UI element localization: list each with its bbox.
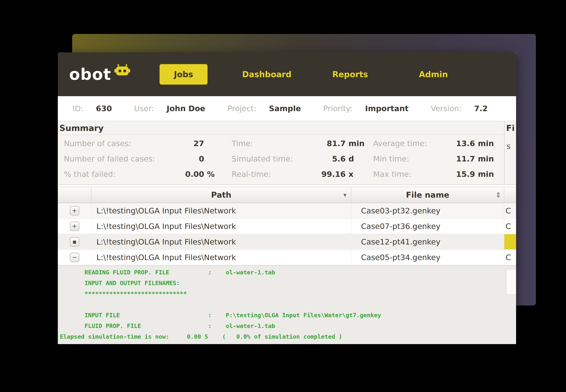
info-label: ID: (72, 104, 83, 113)
row-status-highlight-cell (504, 234, 516, 249)
row-path-cell: L:\!testing\OLGA Input Files\Network (92, 219, 351, 234)
stat-unit: min (349, 139, 365, 148)
row-file-cell: Case05-pt34.genkey (351, 250, 504, 265)
stat-unit: % (207, 170, 224, 179)
stat-unit: min (478, 154, 495, 163)
nav-jobs-button[interactable]: Jobs (159, 64, 208, 85)
stat-value: 81.7 (320, 139, 346, 148)
expander-column-header (58, 187, 92, 203)
console-side-button[interactable] (506, 269, 516, 295)
stat-label: Number of failed cases: (64, 154, 179, 163)
table-row[interactable]: − L:\!testing\OLGA Input Files\Network C… (58, 250, 516, 265)
path-column-header[interactable]: Path ▾ (92, 187, 351, 203)
info-field-user: User: John Doe (134, 104, 205, 113)
stat-label: % that failed: (64, 170, 179, 179)
stat-failed-cases: Number of failed cases: 0 (64, 151, 232, 167)
clipped-column-header (504, 187, 516, 203)
table-row[interactable]: + L:\!testing\OLGA Input Files\Network C… (58, 203, 516, 219)
path-header-label: Path (211, 190, 231, 199)
stat-value: 13.6 (450, 139, 475, 148)
filter-panel-title: Fi (505, 121, 516, 133)
stat-percent-failed: % that failed: 0.00 % (64, 167, 232, 182)
file-sort-icon[interactable]: ⇕ (495, 191, 501, 199)
stat-real-time: Real-time: 99.16 x (232, 167, 373, 182)
row-collapse-button[interactable]: − (70, 253, 79, 262)
stat-value: 15.9 (450, 170, 475, 179)
info-value: 630 (96, 104, 112, 113)
row-expand-button[interactable]: ▪ (70, 237, 79, 247)
stat-unit: d (349, 154, 365, 163)
stat-unit: min (478, 139, 495, 148)
job-info-bar: ID: 630 User: John Doe Project: Sample P… (58, 96, 516, 121)
stat-label: Simulated time: (232, 154, 320, 163)
nav-reports-link[interactable]: Reports (332, 70, 368, 79)
stat-value: 11.7 (450, 154, 475, 163)
stat-max-time: Max time: 15.9 min (373, 167, 503, 182)
stat-value: 27 (179, 139, 204, 148)
row-file-cell: Case03-pt32.genkey (351, 203, 504, 218)
stat-number-of-cases: Number of cases: 27 (64, 136, 232, 151)
info-label: Version: (431, 104, 462, 113)
logo-text: obot (69, 65, 111, 84)
console-line (60, 301, 516, 312)
nav-slot-jobs: Jobs (142, 64, 225, 85)
summary-stats: Number of cases: 27 Time: 81.7 min Avera… (58, 135, 516, 182)
nav-dashboard-link[interactable]: Dashboard (242, 70, 292, 79)
file-header-label: File name (406, 190, 449, 199)
stat-time: Time: 81.7 min (232, 136, 373, 151)
nav-slot-dashboard: Dashboard (225, 64, 309, 85)
nav-admin-link[interactable]: Admin (419, 70, 448, 79)
stat-unit: min (478, 170, 495, 179)
file-name-column-header[interactable]: File name ⇕ (351, 187, 504, 203)
stat-value: 0 (179, 154, 204, 163)
summary-title: Summary (58, 121, 516, 135)
info-field-project: Project: Sample (227, 104, 301, 113)
row-file-cell: Case07-pt36.genkey (351, 219, 504, 234)
stat-simulated-time: Simulated time: 5.6 d (232, 151, 373, 167)
console-line: FLUID PROP. FILE : ol-water-1.tab (60, 322, 516, 333)
expander-cell: + (58, 203, 92, 218)
simulation-log-console: READING FLUID PROP. FILE : ol-water-1.ta… (58, 265, 516, 344)
expander-cell: ▪ (58, 234, 92, 249)
stat-label: Real-time: (232, 170, 320, 179)
nav-slot-admin: Admin (392, 64, 475, 85)
stat-label: Number of cases: (64, 139, 179, 148)
info-field-id: ID: 630 (72, 104, 112, 113)
path-filter-dropdown-icon[interactable]: ▾ (343, 191, 346, 198)
table-row[interactable]: + L:\!testing\OLGA Input Files\Network C… (58, 219, 516, 234)
console-line: Elapsed simulation-time is now: 0.00 S (… (60, 333, 516, 344)
cases-table: Path ▾ File name ⇕ + L:\!testing\OLGA In… (58, 187, 516, 265)
info-value: Sample (269, 104, 301, 113)
stat-unit: x (349, 170, 365, 179)
stat-label: Time: (232, 139, 320, 148)
row-expand-button[interactable]: + (70, 206, 79, 215)
stat-min-time: Min time: 11.7 min (373, 151, 503, 167)
robot-icon (114, 63, 130, 79)
nav-slot-reports: Reports (309, 64, 392, 85)
obot-app-window: obot Jobs Dashboard Re (58, 52, 516, 344)
table-row[interactable]: ▪ L:\!testing\OLGA Input Files\Network C… (58, 234, 516, 250)
app-logo: obot (69, 65, 142, 84)
filter-panel-row: s (505, 133, 516, 151)
row-path-cell: L:\!testing\OLGA Input Files\Network (92, 250, 351, 265)
info-field-version: Version: 7.2 (431, 104, 488, 113)
row-clipped-cell: C (504, 250, 516, 265)
summary-panel: Summary Number of cases: 27 Time: 81.7 m… (58, 121, 516, 185)
row-clipped-cell: C (504, 219, 516, 234)
stat-label: Average time: (373, 139, 450, 148)
row-expand-button[interactable]: + (70, 222, 79, 231)
stat-label: Max time: (373, 170, 450, 179)
info-field-priority: Priority: Important (323, 104, 409, 113)
row-clipped-cell: C (504, 203, 516, 218)
console-line: INPUT AND OUTPUT FILENAMES: (60, 280, 516, 290)
console-line: INPUT FILE : P:\testing\OLGA Input Files… (60, 312, 516, 322)
info-value: 7.2 (474, 104, 488, 113)
stat-value: 5.6 (320, 154, 346, 163)
filter-panel-clipped: Fi s (504, 121, 516, 184)
stat-average-time: Average time: 13.6 min (373, 136, 503, 151)
row-file-cell: Case12-pt41.genkey (351, 234, 504, 249)
info-label: Project: (227, 104, 256, 113)
app-header: obot Jobs Dashboard Re (58, 52, 516, 96)
table-header-row: Path ▾ File name ⇕ (58, 187, 516, 203)
info-value: John Doe (167, 104, 205, 113)
